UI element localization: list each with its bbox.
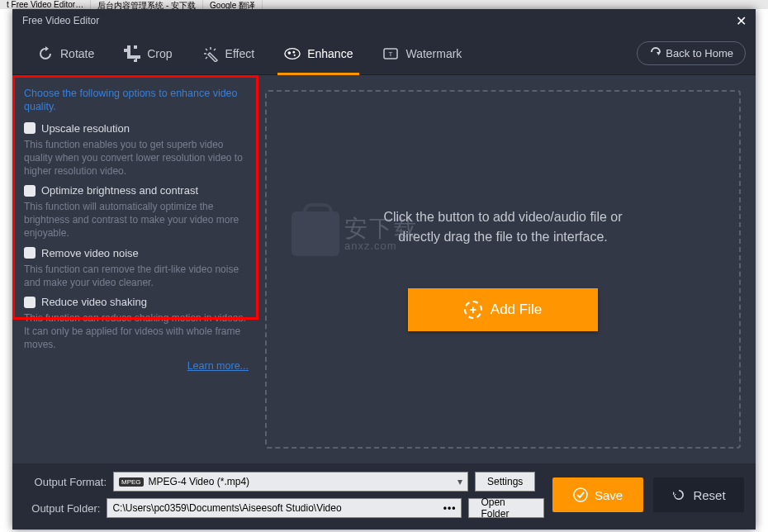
output-folder-label: Output Folder: bbox=[24, 502, 100, 515]
add-file-button[interactable]: + Add File bbox=[408, 288, 598, 331]
browser-tab[interactable]: 后台内容管理系统 - 安下载 bbox=[91, 0, 203, 9]
watermark-icon: T bbox=[382, 45, 399, 62]
save-button[interactable]: Save bbox=[552, 477, 643, 512]
checkbox-icon[interactable] bbox=[24, 185, 36, 197]
option-checkbox-row[interactable]: Upscale resolution bbox=[24, 122, 249, 135]
svg-point-2 bbox=[293, 50, 296, 53]
tab-label: Enhance bbox=[307, 47, 353, 60]
open-folder-button[interactable]: Open Folder bbox=[468, 498, 544, 518]
tab-crop[interactable]: Crop bbox=[109, 32, 187, 75]
checkbox-icon[interactable] bbox=[24, 122, 36, 134]
option-label: Remove video noise bbox=[41, 247, 139, 259]
rotate-icon bbox=[37, 45, 54, 62]
bottom-bar: Output Format: MPEG MPEG-4 Video (*.mp4)… bbox=[12, 463, 756, 530]
browse-icon[interactable]: ••• bbox=[443, 502, 457, 514]
titlebar: Free Video Editor ✕ bbox=[12, 9, 756, 32]
tab-label: Rotate bbox=[60, 47, 94, 60]
check-icon bbox=[573, 487, 588, 502]
window-title: Free Video Editor bbox=[19, 15, 99, 26]
option-checkbox-row[interactable]: Optimize brightness and contrast bbox=[24, 184, 249, 197]
add-file-label: Add File bbox=[491, 302, 542, 318]
tab-label: Effect bbox=[225, 47, 255, 60]
plus-icon: + bbox=[464, 301, 482, 319]
svg-text:T: T bbox=[389, 50, 393, 58]
learn-more-row: Learn more... bbox=[24, 360, 249, 372]
reset-button[interactable]: Reset bbox=[653, 477, 744, 512]
output-format-value: MPEG-4 Video (*.mp4) bbox=[149, 476, 250, 487]
enhance-sidebar: Choose the following options to enhance … bbox=[12, 75, 260, 463]
option-description: This function enables you to get superb … bbox=[24, 138, 249, 178]
effect-icon bbox=[202, 45, 219, 62]
close-icon[interactable]: ✕ bbox=[732, 12, 749, 29]
option-description: This function can reduce shaking motion … bbox=[24, 311, 249, 352]
enhance-icon bbox=[284, 45, 301, 62]
output-folder-value: C:\Users\pc0359\Documents\Aiseesoft Stud… bbox=[112, 502, 341, 514]
tab-label: Watermark bbox=[405, 47, 462, 60]
checkbox-icon[interactable] bbox=[24, 247, 36, 259]
option-description: This function can remove the dirt-like v… bbox=[24, 263, 249, 289]
option-checkbox-row[interactable]: Remove video noise bbox=[24, 247, 249, 259]
sidebar-intro: Choose the following options to enhance … bbox=[24, 87, 249, 114]
back-home-button[interactable]: Back to Home bbox=[637, 41, 746, 65]
browser-tab[interactable]: t Free Video Editor… bbox=[0, 0, 91, 9]
option-label: Reduce video shaking bbox=[41, 296, 147, 308]
bag-icon bbox=[292, 211, 339, 256]
option-noise: Remove video noise This function can rem… bbox=[24, 247, 249, 289]
svg-point-1 bbox=[288, 51, 292, 55]
tab-effect[interactable]: Effect bbox=[187, 32, 270, 75]
option-label: Upscale resolution bbox=[41, 122, 130, 135]
output-folder-input[interactable]: C:\Users\pc0359\Documents\Aiseesoft Stud… bbox=[107, 498, 462, 518]
app-window: Free Video Editor ✕ Rotate Crop Effect bbox=[12, 9, 756, 530]
output-format-label: Output Format: bbox=[24, 476, 107, 488]
option-shaking: Reduce video shaking This function can r… bbox=[24, 296, 249, 352]
learn-more-link[interactable]: Learn more... bbox=[187, 360, 249, 372]
settings-button[interactable]: Settings bbox=[475, 472, 535, 492]
browser-tab-strip: t Free Video Editor… 后台内容管理系统 - 安下载 Goog… bbox=[0, 0, 768, 9]
option-brightness: Optimize brightness and contrast This fu… bbox=[24, 184, 249, 240]
drop-area[interactable]: 安下载 anxz.com Click the button to add vid… bbox=[265, 90, 741, 449]
option-description: This function will automatically optimiz… bbox=[24, 200, 249, 240]
option-upscale: Upscale resolution This function enables… bbox=[24, 122, 249, 178]
reset-icon bbox=[671, 487, 686, 502]
svg-point-3 bbox=[294, 54, 296, 55]
back-arrow-icon bbox=[649, 47, 661, 59]
checkbox-icon[interactable] bbox=[24, 297, 36, 308]
toolbar: Rotate Crop Effect Enhance T Watermark bbox=[12, 32, 756, 75]
option-label: Optimize brightness and contrast bbox=[41, 184, 198, 197]
browser-tab[interactable]: Google 翻译 bbox=[203, 0, 263, 9]
option-checkbox-row[interactable]: Reduce video shaking bbox=[24, 296, 249, 308]
back-home-label: Back to Home bbox=[666, 47, 733, 59]
output-format-select[interactable]: MPEG MPEG-4 Video (*.mp4) bbox=[113, 472, 468, 492]
format-badge: MPEG bbox=[119, 477, 144, 487]
tab-label: Crop bbox=[147, 47, 172, 60]
crop-icon bbox=[124, 45, 140, 62]
tab-watermark[interactable]: T Watermark bbox=[367, 32, 476, 75]
svg-point-0 bbox=[285, 48, 300, 59]
svg-point-6 bbox=[574, 488, 587, 501]
main-area: Choose the following options to enhance … bbox=[12, 75, 756, 463]
reset-label: Reset bbox=[693, 488, 725, 502]
tab-rotate[interactable]: Rotate bbox=[22, 32, 109, 75]
tab-enhance[interactable]: Enhance bbox=[269, 32, 367, 75]
save-label: Save bbox=[595, 488, 623, 502]
drop-instruction: Click the button to add video/audio file… bbox=[383, 207, 622, 247]
